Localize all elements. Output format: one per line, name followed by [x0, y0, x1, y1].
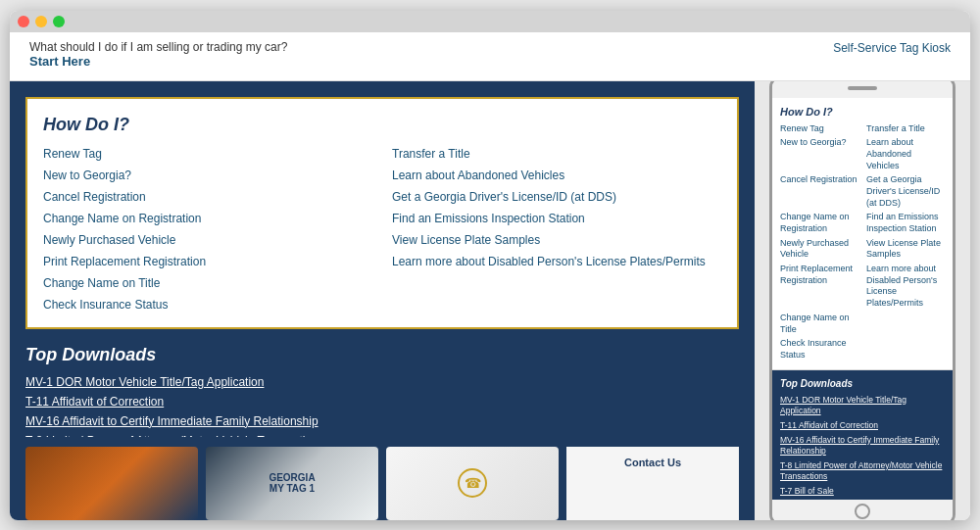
- mobile-how-do-i: How Do I? Renew Tag Transfer a Title New…: [772, 98, 953, 370]
- main-content: How Do I? Renew Tag New to Georgia? Canc…: [10, 81, 970, 520]
- links-col-right: Transfer a Title Learn about Abandoned V…: [392, 147, 721, 312]
- mobile-downloads-heading: Top Downloads: [780, 378, 945, 389]
- mobile-bottom-bar: [772, 500, 953, 520]
- t11-link[interactable]: T-11 Affidavit of Correction: [25, 395, 739, 409]
- mac-titlebar: [10, 11, 970, 32]
- phone-icon: ☎: [458, 468, 487, 498]
- m-disabled-persons[interactable]: Learn more about Disabled Person's Licen…: [866, 264, 945, 310]
- disabled-persons-link[interactable]: Learn more about Disabled Person's Licen…: [392, 255, 721, 268]
- links-col-left: Renew Tag New to Georgia? Cancel Registr…: [43, 147, 372, 312]
- cancel-registration-link[interactable]: Cancel Registration: [43, 190, 372, 204]
- m-t11[interactable]: T-11 Affidavit of Correction: [780, 420, 945, 431]
- self-service-link[interactable]: Self-Service Tag Kiosk: [833, 41, 951, 55]
- m-t8[interactable]: T-8 Limited Power of Attorney/Motor Vehi…: [780, 460, 945, 482]
- mobile-how-do-i-heading: How Do I?: [780, 106, 945, 118]
- mobile-top-bar: [772, 81, 953, 98]
- selling-question: What should I do if I am selling or trad…: [29, 40, 287, 54]
- m-abandoned[interactable]: Learn about Abandoned Vehicles: [866, 137, 945, 171]
- georgia-text: GEORGIAMY TAG 1: [269, 472, 315, 494]
- left-panel: How Do I? Renew Tag New to Georgia? Canc…: [10, 81, 755, 520]
- renew-tag-link[interactable]: Renew Tag: [43, 147, 372, 161]
- change-name-title-link[interactable]: Change Name on Title: [43, 276, 372, 290]
- downloads-links: MV-1 DOR Motor Vehicle Title/Tag Applica…: [25, 375, 739, 437]
- how-do-i-heading: How Do I?: [43, 115, 721, 135]
- m-t7[interactable]: T-7 Bill of Sale: [780, 486, 945, 497]
- emissions-inspection-link[interactable]: Find an Emissions Inspection Station: [392, 212, 721, 225]
- laptop-image: GEORGIAMY TAG 1: [206, 447, 378, 520]
- window-content: What should I do if I am selling or trad…: [10, 32, 970, 520]
- close-button[interactable]: [18, 16, 29, 27]
- m-print-replacement[interactable]: Print Replacement Registration: [780, 264, 858, 310]
- check-insurance-link[interactable]: Check Insurance Status: [43, 298, 372, 312]
- m-emissions[interactable]: Find an Emissions Inspection Station: [866, 212, 945, 234]
- t8-link[interactable]: T-8 Limited Power of Attorney/Motor Vehi…: [25, 434, 739, 437]
- mobile-links-grid: Renew Tag Transfer a Title New to Georgi…: [780, 123, 945, 361]
- m-transfer-title[interactable]: Transfer a Title: [866, 123, 945, 135]
- m-mv1[interactable]: MV-1 DOR Motor Vehicle Title/Tag Applica…: [780, 395, 945, 416]
- how-do-i-links: Renew Tag New to Georgia? Cancel Registr…: [43, 147, 721, 312]
- m-newly-purchased[interactable]: Newly Purchased Vehicle: [780, 238, 858, 261]
- top-right: Self-Service Tag Kiosk: [833, 40, 951, 55]
- mv16-link[interactable]: MV-16 Affidavit to Certify Immediate Fam…: [25, 414, 739, 428]
- change-name-registration-link[interactable]: Change Name on Registration: [43, 212, 372, 225]
- m-new-georgia[interactable]: New to Georgia?: [780, 137, 858, 171]
- mobile-device: How Do I? Renew Tag Transfer a Title New…: [769, 81, 956, 520]
- top-downloads-heading: Top Downloads: [25, 345, 739, 365]
- mac-window: What should I do if I am selling or trad…: [10, 11, 970, 520]
- transfer-title-link[interactable]: Transfer a Title: [392, 147, 721, 161]
- new-to-georgia-link[interactable]: New to Georgia?: [43, 169, 372, 182]
- mobile-content: How Do I? Renew Tag Transfer a Title New…: [772, 98, 953, 500]
- georgia-drivers-license-link[interactable]: Get a Georgia Driver's License/ID (at DD…: [392, 190, 721, 204]
- m-check-insurance[interactable]: Check Insurance Status: [780, 338, 858, 361]
- print-replacement-link[interactable]: Print Replacement Registration: [43, 255, 372, 268]
- m-change-name-reg[interactable]: Change Name on Registration: [780, 212, 858, 234]
- mobile-home-button[interactable]: [855, 504, 870, 519]
- start-here-link[interactable]: Start Here: [29, 54, 90, 69]
- newly-purchased-link[interactable]: Newly Purchased Vehicle: [43, 233, 372, 247]
- m-ga-license[interactable]: Get a Georgia Driver's License/ID (at DD…: [866, 174, 945, 209]
- top-section: What should I do if I am selling or trad…: [10, 32, 970, 81]
- right-panel: How Do I? Renew Tag Transfer a Title New…: [755, 81, 970, 520]
- mobile-downloads: Top Downloads MV-1 DOR Motor Vehicle Tit…: [772, 370, 953, 500]
- phone-image: ☎: [386, 447, 559, 520]
- top-left: What should I do if I am selling or trad…: [29, 40, 287, 69]
- mobile-speaker: [848, 86, 877, 90]
- bottom-images: GEORGIAMY TAG 1 ☎ Contact Us: [25, 447, 739, 520]
- top-downloads-section: Top Downloads MV-1 DOR Motor Vehicle Tit…: [25, 345, 739, 437]
- m-renew-tag[interactable]: Renew Tag: [780, 123, 858, 135]
- contact-us-area: Contact Us: [566, 447, 739, 520]
- contact-us-label: Contact Us: [624, 455, 681, 468]
- m-mv16[interactable]: MV-16 Affidavit to Certify Immediate Fam…: [780, 435, 945, 457]
- m-cancel-reg[interactable]: Cancel Registration: [780, 174, 858, 209]
- m-change-name-title[interactable]: Change Name on Title: [780, 313, 858, 335]
- how-do-i-section: How Do I? Renew Tag New to Georgia? Canc…: [25, 97, 739, 329]
- maximize-button[interactable]: [53, 16, 65, 27]
- car-image: [25, 447, 198, 520]
- abandoned-vehicles-link[interactable]: Learn about Abandoned Vehicles: [392, 169, 721, 182]
- mv1-link[interactable]: MV-1 DOR Motor Vehicle Title/Tag Applica…: [25, 375, 739, 389]
- license-plate-samples-link[interactable]: View License Plate Samples: [392, 233, 721, 247]
- m-license-plate[interactable]: View License Plate Samples: [866, 238, 945, 261]
- minimize-button[interactable]: [35, 16, 47, 27]
